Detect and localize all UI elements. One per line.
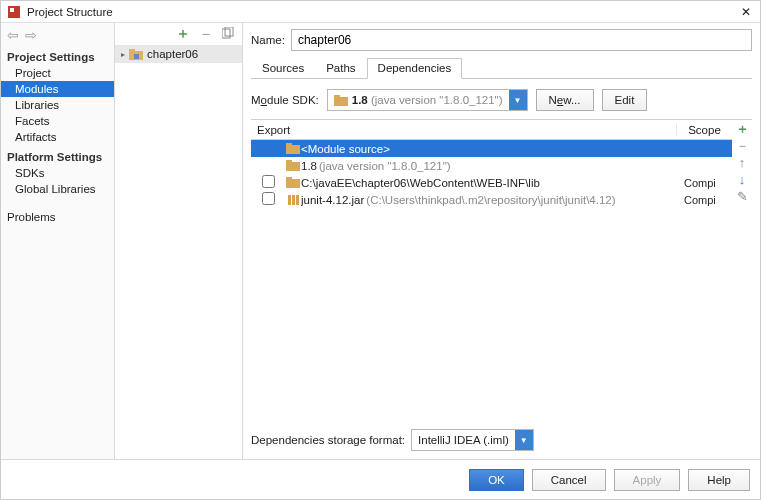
col-export[interactable]: Export: [251, 124, 307, 136]
dependencies-table: Export Scope <Module source>: [251, 120, 732, 421]
module-node-label: chapter06: [147, 48, 198, 60]
name-row: Name:: [251, 29, 752, 51]
nav-arrows: ⇦ ⇨: [1, 25, 114, 45]
dep-row-lib-folder[interactable]: C:\javaEE\chapter06\WebContent\WEB-INF\l…: [251, 174, 732, 191]
add-dependency-icon[interactable]: ＋: [736, 122, 749, 135]
move-up-icon[interactable]: ↑: [739, 156, 746, 169]
cancel-button[interactable]: Cancel: [532, 469, 606, 491]
storage-label: Dependencies storage format:: [251, 434, 405, 446]
svg-rect-9: [286, 145, 300, 154]
source-folder-icon: [285, 143, 301, 154]
sdk-folder-icon: [285, 160, 301, 171]
svg-rect-17: [296, 195, 299, 205]
new-sdk-button[interactable]: New...: [536, 89, 594, 111]
dep-row-sdk[interactable]: 1.8 (java version "1.8.0_121"): [251, 157, 732, 174]
forward-icon[interactable]: ⇨: [25, 27, 37, 43]
module-sdk-label: Module SDK:: [251, 94, 319, 106]
sidebar-item-modules[interactable]: Modules: [1, 81, 114, 97]
svg-rect-7: [334, 97, 348, 106]
edit-dependency-icon[interactable]: ✎: [737, 190, 748, 203]
help-button[interactable]: Help: [688, 469, 750, 491]
svg-rect-10: [286, 143, 292, 146]
edit-sdk-button[interactable]: Edit: [602, 89, 648, 111]
col-scope[interactable]: Scope: [676, 124, 732, 136]
svg-rect-15: [288, 195, 291, 205]
footer: OK Cancel Apply Help: [1, 459, 760, 499]
chevron-down-icon[interactable]: ▼: [509, 90, 527, 110]
svg-rect-1: [10, 8, 14, 12]
remove-dependency-icon[interactable]: －: [736, 139, 749, 152]
svg-rect-3: [225, 27, 233, 36]
sidebar-item-problems[interactable]: Problems: [1, 209, 114, 225]
jar-icon: [285, 194, 301, 206]
tab-paths[interactable]: Paths: [315, 58, 366, 79]
svg-rect-11: [286, 162, 300, 171]
svg-rect-2: [222, 29, 230, 38]
tab-dependencies[interactable]: Dependencies: [367, 58, 463, 79]
module-sdk-combo[interactable]: 1.8 (java version "1.8.0_121") ▼: [327, 89, 528, 111]
move-down-icon[interactable]: ↓: [739, 173, 746, 186]
export-checkbox[interactable]: [262, 192, 275, 205]
sidebar-item-project[interactable]: Project: [1, 65, 114, 81]
sidebar-group-project-settings: Project Settings: [1, 45, 114, 65]
svg-rect-5: [129, 49, 135, 52]
apply-button[interactable]: Apply: [614, 469, 681, 491]
module-list-panel: ＋ － ▸ chapter06: [115, 23, 243, 459]
sidebar-group-platform-settings: Platform Settings: [1, 145, 114, 165]
back-icon[interactable]: ⇦: [7, 27, 19, 43]
dep-row-junit[interactable]: junit-4.12.jar (C:\Users\thinkpad\.m2\re…: [251, 191, 732, 208]
triangle-icon: ▸: [121, 50, 125, 59]
name-label: Name:: [251, 34, 285, 46]
module-name-input[interactable]: [291, 29, 752, 51]
window-body: ⇦ ⇨ Project Settings Project Modules Lib…: [1, 23, 760, 459]
storage-format-combo[interactable]: IntelliJ IDEA (.iml) ▼: [411, 429, 534, 451]
close-icon[interactable]: ✕: [738, 5, 754, 19]
app-icon: [7, 5, 21, 19]
dependencies-area: Export Scope <Module source>: [251, 119, 752, 421]
dependencies-header: Export Scope: [251, 120, 732, 140]
sdk-row: Module SDK: 1.8 (java version "1.8.0_121…: [251, 89, 752, 111]
chevron-down-icon[interactable]: ▼: [515, 430, 533, 450]
main-panel: Name: Sources Paths Dependencies Module …: [243, 23, 760, 459]
sidebar-item-artifacts[interactable]: Artifacts: [1, 129, 114, 145]
module-folder-icon: [129, 48, 143, 60]
storage-row: Dependencies storage format: IntelliJ ID…: [251, 421, 752, 459]
svg-rect-8: [334, 95, 340, 98]
sdk-folder-icon: [334, 94, 348, 106]
window-title: Project Structure: [27, 6, 738, 18]
dependencies-list: <Module source> 1.8 (java version "1.8.0…: [251, 140, 732, 421]
dep-row-module-source[interactable]: <Module source>: [251, 140, 732, 157]
dependencies-side-toolbar: ＋ － ↑ ↓ ✎: [732, 120, 752, 421]
sidebar: ⇦ ⇨ Project Settings Project Modules Lib…: [1, 23, 115, 459]
svg-rect-12: [286, 160, 292, 163]
sidebar-item-global-libraries[interactable]: Global Libraries: [1, 181, 114, 197]
copy-module-icon[interactable]: [222, 27, 234, 41]
titlebar: Project Structure ✕: [1, 1, 760, 23]
svg-rect-13: [286, 179, 300, 188]
sidebar-item-libraries[interactable]: Libraries: [1, 97, 114, 113]
export-checkbox[interactable]: [262, 175, 275, 188]
sidebar-item-sdks[interactable]: SDKs: [1, 165, 114, 181]
sidebar-item-facets[interactable]: Facets: [1, 113, 114, 129]
module-node[interactable]: ▸ chapter06: [115, 45, 242, 63]
module-toolbar: ＋ －: [115, 23, 242, 45]
folder-icon: [285, 177, 301, 188]
ok-button[interactable]: OK: [469, 469, 524, 491]
add-module-icon[interactable]: ＋: [176, 25, 190, 43]
sdk-value: 1.8 (java version "1.8.0_121"): [352, 94, 503, 106]
svg-rect-16: [292, 195, 295, 205]
project-structure-window: Project Structure ✕ ⇦ ⇨ Project Settings…: [0, 0, 761, 500]
svg-rect-6: [134, 54, 139, 59]
remove-module-icon[interactable]: －: [198, 29, 214, 39]
tabs: Sources Paths Dependencies: [251, 57, 752, 79]
tab-sources[interactable]: Sources: [251, 58, 315, 79]
svg-rect-14: [286, 177, 292, 180]
